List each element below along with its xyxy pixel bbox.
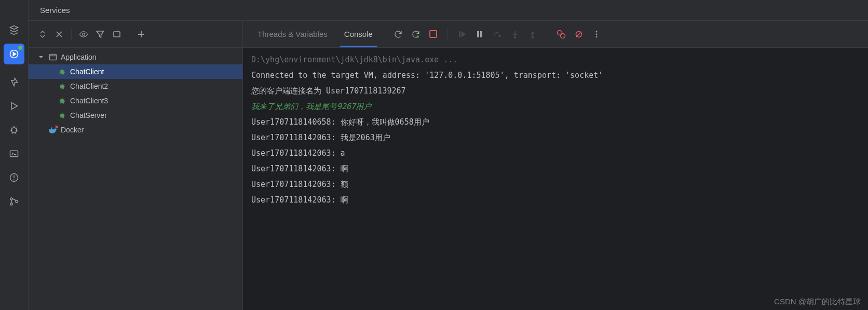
panel-title: Services — [40, 6, 70, 15]
tree-node-chatclient[interactable]: ChatClient — [29, 64, 242, 79]
svg-point-6 — [16, 200, 18, 203]
svg-point-4 — [10, 198, 12, 200]
tab-threads[interactable]: Threads & Variables — [250, 21, 335, 47]
tab-console[interactable]: Console — [337, 21, 380, 47]
rerun-icon[interactable] — [390, 26, 406, 42]
tree-node-application[interactable]: Application — [29, 50, 242, 64]
terminal-icon[interactable] — [4, 143, 24, 164]
tree-node-chatclient3[interactable]: ChatClient3 — [29, 93, 242, 108]
rerun-debug-icon[interactable] — [408, 26, 424, 42]
tree-node-chatserver[interactable]: ChatServer — [29, 108, 242, 123]
vcs-icon[interactable] — [4, 191, 24, 212]
svg-rect-9 — [50, 55, 57, 60]
tree-label: Application — [61, 53, 97, 61]
more-icon[interactable] — [589, 26, 604, 42]
console-output[interactable]: D:\yhg\environment\jdk\jdk8\bin\java.exe… — [243, 48, 868, 310]
tab-label: Console — [344, 30, 373, 38]
console-line: User1707118142063: 额 — [251, 180, 348, 189]
svg-point-20 — [514, 36, 516, 38]
svg-rect-2 — [10, 151, 18, 157]
services-tool-icon[interactable] — [4, 44, 24, 64]
svg-point-26 — [595, 33, 597, 35]
view-breakpoints-icon[interactable] — [553, 26, 569, 42]
svg-point-19 — [499, 35, 500, 36]
console-line: User1707118142063: 我是2063用户 — [251, 133, 390, 142]
console-line: User1707118140658: 你好呀，我叫做0658用户 — [251, 117, 429, 127]
tree-label: ChatServer — [70, 111, 107, 119]
pause-icon[interactable] — [472, 26, 487, 42]
bug-icon — [58, 67, 67, 76]
svg-point-25 — [595, 31, 597, 32]
bug-icon — [58, 111, 67, 120]
svg-rect-17 — [477, 31, 479, 37]
tree-toolbar — [29, 21, 242, 48]
svg-point-21 — [532, 36, 533, 38]
run-icon[interactable] — [4, 96, 24, 116]
build-icon[interactable] — [4, 72, 24, 92]
resume-icon[interactable] — [454, 26, 470, 42]
tree-node-chatclient2[interactable]: ChatClient2 — [29, 79, 242, 93]
svg-rect-15 — [430, 31, 437, 37]
step-over-icon[interactable] — [490, 26, 505, 42]
console-line: User1707118142063: a — [251, 149, 345, 158]
panel-title-bar: Services — [29, 0, 868, 21]
database-icon[interactable] — [4, 20, 24, 41]
debug-icon[interactable] — [4, 119, 24, 140]
close-icon[interactable] — [51, 26, 67, 42]
tree-node-docker[interactable]: ✕ Docker — [29, 123, 242, 137]
step-out-icon[interactable] — [525, 26, 540, 42]
svg-point-27 — [595, 36, 597, 37]
add-icon[interactable] — [133, 26, 149, 42]
tree-label: ChatClient — [70, 68, 104, 76]
tree-label: ChatClient3 — [70, 97, 108, 105]
services-tree: Application ChatClient ChatClient2 — [29, 48, 242, 310]
tab-label: Threads & Variables — [257, 30, 328, 38]
svg-rect-16 — [459, 31, 460, 37]
console-line: User1707118142063: 啊 — [251, 195, 348, 205]
chevron-down-icon — [37, 54, 45, 60]
svg-rect-18 — [480, 31, 482, 37]
problems-icon[interactable] — [4, 167, 24, 188]
run-panel: Threads & Variables Console — [243, 21, 868, 310]
bug-icon — [58, 96, 67, 105]
stop-button[interactable] — [426, 26, 441, 42]
svg-rect-8 — [114, 32, 120, 37]
tree-label: ChatClient2 — [70, 82, 108, 90]
svg-point-5 — [10, 203, 12, 205]
left-tool-strip — [0, 0, 29, 310]
show-icon[interactable] — [76, 26, 91, 42]
console-line: D:\yhg\environment\jdk\jdk8\bin\java.exe… — [251, 55, 457, 64]
docker-icon: ✕ — [48, 125, 58, 134]
tree-label: Docker — [61, 126, 84, 134]
console-line: 我来了兄弟们，我是尾号9267用户 — [251, 102, 371, 111]
step-into-icon[interactable] — [507, 26, 523, 42]
console-line: User1707118142063: 啊 — [251, 164, 348, 173]
layout-icon[interactable] — [109, 26, 125, 42]
mute-breakpoints-icon[interactable] — [571, 26, 587, 42]
bug-icon — [58, 82, 67, 91]
svg-point-7 — [83, 33, 85, 35]
svg-point-23 — [560, 33, 565, 38]
expand-all-icon[interactable] — [35, 26, 50, 42]
run-toolbar: Threads & Variables Console — [243, 21, 868, 48]
console-line: 您的客户端连接名为 User1707118139267 — [251, 86, 406, 96]
services-tree-panel: Application ChatClient ChatClient2 — [29, 21, 243, 310]
application-icon — [48, 52, 58, 62]
svg-point-14 — [416, 35, 419, 38]
console-line: Connected to the target VM, address: '12… — [251, 71, 603, 80]
filter-icon[interactable] — [92, 26, 108, 42]
